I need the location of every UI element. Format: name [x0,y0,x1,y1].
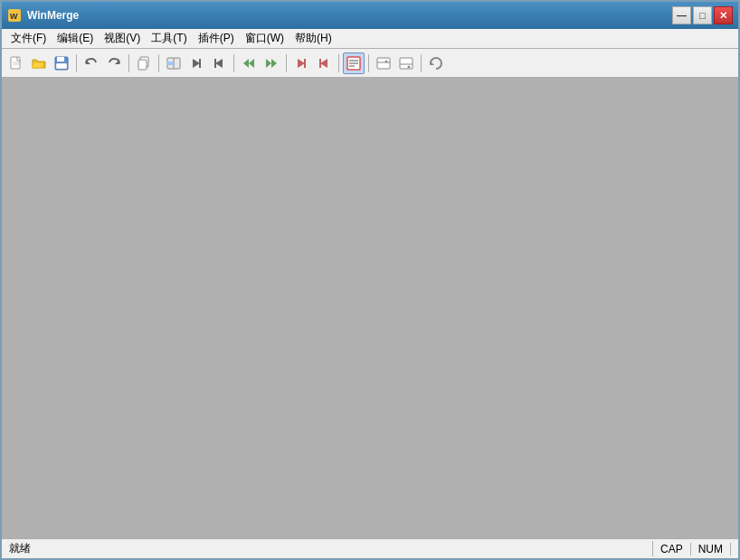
menu-edit[interactable]: 编辑(E) [52,29,99,48]
diff-select-button[interactable] [163,52,185,74]
svg-marker-23 [298,59,305,68]
redo-button[interactable] [103,52,125,74]
prev-conflict-icon [317,56,331,71]
svg-text:W: W [10,12,18,21]
caps-lock-indicator: CAP [653,543,691,555]
menu-help[interactable]: 帮助(H) [289,29,337,48]
svg-rect-7 [56,63,67,69]
menu-window[interactable]: 窗口(W) [240,29,289,48]
refresh-button[interactable] [425,52,447,74]
separator-5 [286,54,287,72]
options-right-icon [399,56,413,71]
separator-2 [128,54,129,72]
open-icon [32,56,46,71]
undo-button[interactable] [81,52,102,74]
status-message: 就绪 [2,541,653,556]
main-content-area [2,78,738,538]
close-button[interactable]: ✕ [714,6,733,24]
edit-mode-button[interactable] [343,52,365,74]
diff-select-icon [166,56,181,71]
separator-8 [421,54,422,72]
diff-next-icon [189,56,204,71]
svg-rect-14 [167,62,173,65]
copy-button[interactable] [133,52,155,74]
menu-file[interactable]: 文件(F) [5,29,52,48]
maximize-button[interactable]: □ [693,6,712,24]
next-conflict-button[interactable] [290,52,312,74]
redo-icon [107,56,121,71]
svg-marker-22 [266,59,271,68]
menu-bar: 文件(F) 编辑(E) 视图(V) 工具(T) 插件(P) 窗口(W) 帮助(H… [2,29,738,49]
num-lock-indicator: NUM [691,543,731,555]
copy-icon [137,56,151,71]
separator-1 [76,54,77,72]
svg-rect-34 [400,58,413,69]
menu-view[interactable]: 视图(V) [99,29,146,48]
svg-rect-6 [57,57,64,62]
merge-left-button[interactable] [261,52,282,74]
separator-3 [158,54,159,72]
options-right-button[interactable] [395,52,417,74]
svg-rect-11 [138,60,147,70]
open-button[interactable] [28,52,50,74]
title-controls: — □ ✕ [672,6,733,24]
save-icon [54,56,69,71]
separator-4 [233,54,234,72]
edit-mode-icon [346,56,361,71]
undo-icon [84,56,99,71]
app-icon: W [7,8,22,23]
options-left-icon [376,56,391,71]
menu-plugins[interactable]: 插件(P) [193,29,240,48]
title-bar: W WinMerge — □ ✕ [2,2,738,29]
separator-7 [368,54,369,72]
diff-prev-button[interactable] [208,52,230,74]
title-bar-left: W WinMerge [7,8,79,23]
window-title: WinMerge [27,9,79,22]
separator-6 [338,54,339,72]
svg-marker-15 [193,59,200,68]
prev-conflict-button[interactable] [313,52,335,74]
svg-marker-17 [215,59,223,68]
diff-next-button[interactable] [185,52,207,74]
app-window: W WinMerge — □ ✕ 文件(F) 编辑(E) 视图(V) 工具(T)… [0,0,740,560]
new-button[interactable] [5,52,27,74]
status-bar: 就绪 CAP NUM [2,538,738,558]
svg-marker-19 [243,59,249,68]
merge-right-icon [242,56,256,71]
svg-marker-21 [271,59,277,68]
svg-marker-25 [320,59,327,68]
diff-prev-icon [212,56,226,71]
merge-left-icon [264,56,279,71]
next-conflict-icon [294,56,308,71]
refresh-icon [429,56,443,71]
toolbar [2,49,738,78]
new-icon [9,56,24,71]
menu-tools[interactable]: 工具(T) [146,29,192,48]
merge-right-button[interactable] [238,52,260,74]
options-left-button[interactable] [373,52,394,74]
svg-marker-20 [249,59,254,68]
minimize-button[interactable]: — [672,6,691,24]
svg-rect-31 [377,58,390,69]
save-button[interactable] [51,52,72,74]
